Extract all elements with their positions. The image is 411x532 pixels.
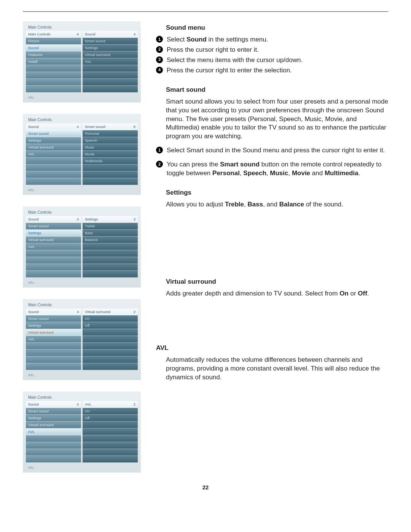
panel-header-label: AVL <box>85 402 91 406</box>
panel-header-label: Sound <box>28 310 38 314</box>
bullet-2-icon: 2 <box>156 46 163 53</box>
t: Balance <box>279 201 304 208</box>
panel-header-label: Sound <box>28 217 38 221</box>
bullet-3-icon: 3 <box>156 56 163 63</box>
menu-title: Main Controls <box>28 303 138 307</box>
t: Smart sound <box>220 161 260 168</box>
t: of the sound. <box>304 201 343 208</box>
menu-row <box>83 86 138 93</box>
menu-row <box>26 171 81 178</box>
layout: Main ControlsMain Controls4PictureSoundF… <box>23 21 388 473</box>
panel-header: Main Controls4 <box>26 31 81 38</box>
menu-row: Settings <box>26 415 81 422</box>
bullet-4-icon: 4 <box>156 67 163 73</box>
menu-row: Smart sound <box>26 408 81 415</box>
menu-row <box>26 72 81 79</box>
menu-panel-left: Sound4Smart soundSettingsVirtual surroun… <box>26 401 81 463</box>
panel-header-count: 2 <box>134 402 135 406</box>
menu-row: Smart sound <box>26 130 81 137</box>
t: You can press the <box>167 161 220 168</box>
heading-virtual-surround: Virtual surround <box>166 278 388 286</box>
menu-row <box>26 356 81 363</box>
menu-row: Picture <box>26 38 81 45</box>
menu-row <box>83 428 138 435</box>
menu-row <box>83 165 138 171</box>
panel-header: Smart sound5 <box>83 123 138 130</box>
menu-row <box>26 79 81 86</box>
menu-title: Main Controls <box>28 210 138 214</box>
menu-row: Smart sound <box>26 315 81 322</box>
menu-panel-right: Smart sound5PersonalSpeechMusicMovieMult… <box>83 123 138 185</box>
menu-panels: Main Controls4PictureSoundFeaturesInstal… <box>26 31 138 93</box>
step-text: Press the cursor right to enter the sele… <box>167 66 292 75</box>
info-bar: Info <box>26 372 138 378</box>
menu-row <box>26 178 81 185</box>
panel-header: Sound4 <box>83 31 138 38</box>
heading-avl: AVL <box>156 344 388 353</box>
menu-row <box>26 350 81 356</box>
t: Music <box>270 169 288 177</box>
bullet-1-icon: 1 <box>156 36 163 43</box>
info-bar: Info <box>26 279 138 285</box>
menu-panel-left: Sound4Smart soundSettingsVirtual surroun… <box>26 308 81 370</box>
menu-row: Settings <box>26 230 81 236</box>
menu-row <box>26 257 81 264</box>
menu-row <box>26 165 81 171</box>
panel-header: Sound4 <box>26 308 81 315</box>
panel-header: Virtual surround2 <box>83 308 138 315</box>
top-rule <box>23 11 388 12</box>
menu-row <box>83 442 138 449</box>
panel-header-label: Main Controls <box>28 32 51 36</box>
panel-header-label: Smart sound <box>85 125 105 129</box>
menu-row <box>83 65 138 72</box>
menu-row <box>83 356 138 363</box>
panel-header-count: 4 <box>77 125 79 129</box>
menu-row: Personal <box>83 130 138 137</box>
t: On <box>339 290 349 297</box>
menu-panels: Sound4Smart soundSettingsVirtual surroun… <box>26 401 138 463</box>
menu-row: Features <box>26 51 81 58</box>
heading-smart-sound: Smart sound <box>166 86 388 94</box>
menu-row: Settings <box>26 137 81 144</box>
menu-row: Install <box>26 58 81 65</box>
step-text: Select the menu items with the cursor up… <box>167 56 303 65</box>
menu-screenshot: Main ControlsMain Controls4PictureSoundF… <box>23 21 141 102</box>
bullet-2-icon: 2 <box>156 161 163 168</box>
info-bar: Info <box>26 464 138 470</box>
menu-row: Off <box>83 415 138 422</box>
menu-row <box>26 271 81 278</box>
section-avl: AVL Automatically reduces the volume dif… <box>156 344 388 382</box>
menu-row <box>83 243 138 250</box>
t: Personal <box>212 169 240 177</box>
menu-panel-right: Sound4Smart soundSettingsVirtual surroun… <box>83 31 138 93</box>
menu-row <box>26 158 81 165</box>
t: Movie <box>292 169 310 177</box>
menu-row <box>26 435 81 442</box>
steps-list: 1Select Sound in the settings menu.2Pres… <box>156 35 388 75</box>
section-virtual-surround: Virtual surround Adds greater depth and … <box>156 278 388 298</box>
t: Adds greater depth and dimension to TV s… <box>166 290 339 297</box>
panel-header-count: 2 <box>134 310 135 314</box>
menu-row <box>26 86 81 93</box>
menu-row <box>83 456 138 463</box>
menu-row <box>26 65 81 72</box>
menu-row: Off <box>83 322 138 329</box>
panel-header-count: 4 <box>77 217 79 221</box>
menu-panels: Sound4Smart soundSettingsVirtual surroun… <box>26 308 138 370</box>
menu-row <box>26 343 81 350</box>
smart-step-2-text: You can press the Smart sound button on … <box>167 160 388 178</box>
panel-header: AVL2 <box>83 401 138 408</box>
step: 1Select Sound in the settings menu. <box>156 35 388 44</box>
menu-row: AVL <box>26 428 81 435</box>
menu-row <box>26 250 81 257</box>
menu-row <box>83 271 138 278</box>
t: Off <box>358 290 367 297</box>
menu-row <box>83 171 138 178</box>
menu-row: On <box>83 408 138 415</box>
vs-para: Adds greater depth and dimension to TV s… <box>166 289 388 298</box>
menu-row <box>83 329 138 336</box>
menu-row: On <box>83 315 138 322</box>
t: Multimedia <box>325 169 358 177</box>
menu-row <box>83 435 138 442</box>
section-smart-sound: Smart sound Smart sound allows you to se… <box>156 86 388 178</box>
